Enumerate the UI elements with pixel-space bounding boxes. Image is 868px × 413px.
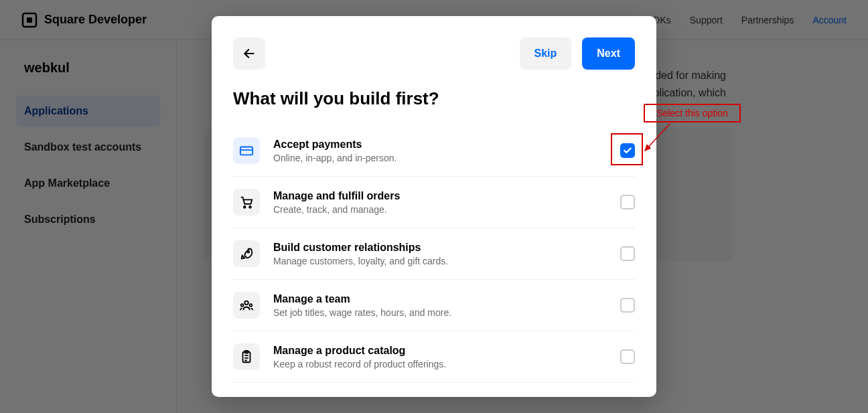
option-product-catalog[interactable]: Manage a product catalog Keep a robust r… xyxy=(233,331,635,383)
option-checkbox[interactable] xyxy=(620,298,635,313)
option-manage-team[interactable]: Manage a team Set job titles, wage rates… xyxy=(233,280,635,331)
option-subtitle: Create, track, and manage. xyxy=(273,204,607,215)
card-icon xyxy=(233,137,260,164)
options-list: Accept payments Online, in-app, and in-p… xyxy=(233,125,635,383)
modal-header: Skip Next xyxy=(233,37,635,70)
option-manage-orders[interactable]: Manage and fulfill orders Create, track,… xyxy=(233,177,635,228)
cart-icon xyxy=(233,189,260,216)
rocket-icon xyxy=(233,240,260,267)
skip-button[interactable]: Skip xyxy=(520,37,572,70)
option-subtitle: Online, in-app, and in-person. xyxy=(273,153,607,163)
option-checkbox[interactable] xyxy=(620,349,635,364)
onboarding-modal: Skip Next What will you build first? Acc… xyxy=(212,16,656,397)
modal-actions: Skip Next xyxy=(520,37,635,70)
option-subtitle: Keep a robust record of product offering… xyxy=(273,359,607,369)
svg-point-9 xyxy=(241,304,244,307)
option-subtitle: Manage customers, loyalty, and gift card… xyxy=(273,256,607,266)
annotation-arrow xyxy=(640,120,673,157)
option-subtitle: Set job titles, wage rates, hours, and m… xyxy=(273,307,607,318)
option-text: Accept payments Online, in-app, and in-p… xyxy=(273,139,607,163)
clipboard-icon xyxy=(233,343,260,370)
option-customer-relationships[interactable]: Build customer relationships Manage cust… xyxy=(233,228,635,280)
option-title: Accept payments xyxy=(273,139,607,151)
svg-point-8 xyxy=(244,301,248,305)
option-title: Manage a team xyxy=(273,293,607,305)
svg-point-10 xyxy=(250,304,252,307)
annotation-checkbox-highlight xyxy=(611,133,643,165)
option-text: Build customer relationships Manage cust… xyxy=(273,242,607,266)
arrow-left-icon xyxy=(242,47,256,60)
annotation-label-box: Select this option xyxy=(644,104,741,122)
option-accept-payments[interactable]: Accept payments Online, in-app, and in-p… xyxy=(233,125,635,177)
option-text: Manage and fulfill orders Create, track,… xyxy=(273,190,607,215)
svg-point-6 xyxy=(249,206,251,208)
back-button[interactable] xyxy=(233,37,265,70)
option-title: Manage and fulfill orders xyxy=(273,190,607,202)
option-title: Build customer relationships xyxy=(273,242,607,254)
option-text: Manage a team Set job titles, wage rates… xyxy=(273,293,607,318)
option-title: Manage a product catalog xyxy=(273,345,607,357)
svg-point-7 xyxy=(247,251,249,253)
next-button[interactable]: Next xyxy=(582,37,635,70)
people-icon xyxy=(233,292,260,319)
option-text: Manage a product catalog Keep a robust r… xyxy=(273,345,607,369)
svg-line-16 xyxy=(645,124,670,151)
svg-rect-3 xyxy=(240,147,252,155)
option-checkbox[interactable] xyxy=(620,195,635,210)
modal-title: What will you build first? xyxy=(233,88,635,109)
annotation-label: Select this option xyxy=(651,105,733,121)
svg-point-5 xyxy=(244,206,246,208)
option-checkbox[interactable] xyxy=(620,246,635,261)
